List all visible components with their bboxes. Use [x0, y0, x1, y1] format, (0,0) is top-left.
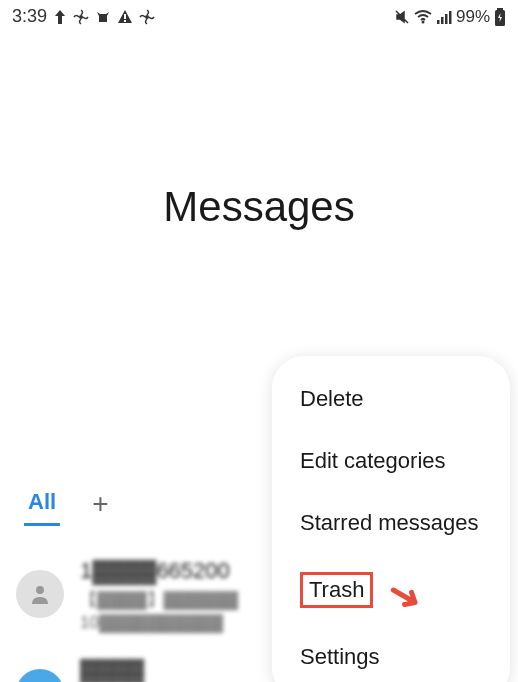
avatar	[16, 669, 64, 682]
menu-edit-categories[interactable]: Edit categories	[272, 430, 510, 492]
svg-point-11	[36, 586, 44, 594]
cat-icon	[95, 9, 111, 25]
tab-all[interactable]: All	[24, 481, 60, 526]
pinwheel-icon-2	[139, 9, 155, 25]
status-left: 3:39	[12, 6, 155, 27]
svg-point-4	[421, 20, 424, 23]
warning-icon	[117, 9, 133, 25]
svg-rect-2	[124, 20, 126, 22]
svg-rect-5	[437, 20, 440, 24]
wifi-icon	[414, 10, 432, 24]
status-bar: 3:39 99%	[0, 0, 518, 33]
svg-rect-9	[497, 8, 503, 10]
menu-delete[interactable]: Delete	[272, 368, 510, 430]
upload-icon	[53, 9, 67, 25]
svg-rect-6	[441, 17, 444, 24]
battery-percent: 99%	[456, 7, 490, 27]
status-time: 3:39	[12, 6, 47, 27]
menu-settings[interactable]: Settings	[272, 626, 510, 682]
status-right: 99%	[394, 7, 506, 27]
svg-rect-1	[124, 14, 126, 19]
page-title: Messages	[0, 183, 518, 231]
avatar	[16, 570, 64, 618]
svg-rect-7	[445, 14, 448, 24]
signal-icon	[436, 10, 452, 24]
menu-trash-label: Trash	[300, 572, 373, 608]
svg-rect-8	[449, 11, 452, 24]
mute-icon	[394, 9, 410, 25]
context-menu: Delete Edit categories Starred messages …	[272, 356, 510, 682]
battery-icon	[494, 8, 506, 26]
svg-point-3	[145, 15, 149, 19]
arrow-annotation	[382, 580, 422, 610]
add-tab-button[interactable]: +	[84, 488, 116, 520]
pinwheel-icon	[73, 9, 89, 25]
svg-point-0	[79, 15, 83, 19]
menu-starred-messages[interactable]: Starred messages	[272, 492, 510, 554]
